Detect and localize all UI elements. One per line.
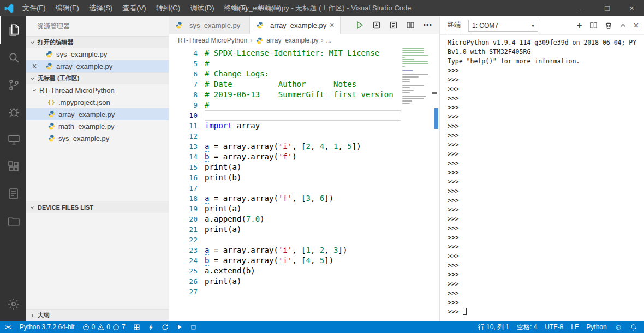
- maximize-button[interactable]: □: [595, 0, 619, 16]
- device-files-header[interactable]: DEVICE FILES LIST: [26, 201, 169, 213]
- code-text: [205, 183, 401, 193]
- minimap-line: [402, 52, 424, 53]
- code-token: 3: [306, 194, 310, 203]
- language-mode[interactable]: Python: [582, 321, 610, 333]
- run-button[interactable]: [355, 21, 364, 29]
- chevron-down-icon: [28, 40, 36, 45]
- minimize-button[interactable]: –: [570, 0, 595, 16]
- flash-download-button[interactable]: [372, 21, 381, 29]
- code-token: , [: [292, 142, 306, 151]
- kill-terminal-button[interactable]: [605, 22, 612, 29]
- breadcrumb-item[interactable]: RT-Thread MicroPython: [178, 37, 247, 44]
- chevron-down-icon: [28, 205, 36, 210]
- section-label: 大纲: [38, 311, 50, 319]
- menubar-item[interactable]: 选择(S): [84, 0, 117, 16]
- extensions-icon[interactable]: [0, 153, 26, 180]
- terminal-prompt-line: >>>: [448, 233, 644, 242]
- menubar-item[interactable]: 编辑(E): [51, 0, 84, 16]
- menubar-item[interactable]: 查看(V): [117, 0, 151, 16]
- tree-file-item[interactable]: sys_example.py: [26, 132, 169, 144]
- terminal-output[interactable]: MicroPython v1.9.4-114-g309fe39d on 2018…: [440, 35, 644, 321]
- python-file-icon: [255, 37, 264, 44]
- feedback-smiley-icon[interactable]: ☺: [611, 321, 626, 333]
- editor-tab[interactable]: sys_example.py: [169, 16, 250, 34]
- line-number: 9: [169, 101, 198, 109]
- line-number: 10: [169, 111, 198, 120]
- terminal-select[interactable]: 1: COM7 ▾: [468, 20, 538, 32]
- more-actions-button[interactable]: ⋯: [423, 22, 432, 28]
- close-tab-icon[interactable]: ×: [330, 21, 334, 29]
- open-editor-item[interactable]: sys_example.py: [26, 48, 169, 60]
- split-terminal-button[interactable]: [589, 21, 598, 29]
- code-token: import: [205, 121, 232, 130]
- tab-terminal[interactable]: 终端: [448, 20, 461, 31]
- indentation[interactable]: 空格: 4: [513, 321, 541, 333]
- menubar-item[interactable]: 文件(F): [17, 0, 51, 16]
- close-panel-button[interactable]: ×: [634, 22, 639, 29]
- code-token: print(b): [205, 173, 241, 182]
- code-token: , [: [292, 256, 306, 265]
- menubar-item[interactable]: 转到(G): [151, 0, 186, 16]
- cursor-position[interactable]: 行 10, 列 1: [474, 321, 513, 333]
- breadcrumb-item[interactable]: ...: [326, 37, 332, 44]
- notifications-bell-icon[interactable]: [626, 321, 641, 333]
- tree-file-item[interactable]: math_example.py: [26, 120, 169, 132]
- python-interpreter[interactable]: Python 3.7.2 64-bit: [16, 321, 79, 333]
- maximize-panel-button[interactable]: [619, 22, 627, 29]
- tree-file-item[interactable]: {}.mpyproject.json: [26, 96, 169, 108]
- code-line: 27: [169, 287, 401, 297]
- outline-header[interactable]: 大纲: [26, 309, 169, 321]
- run-file-button[interactable]: [172, 321, 187, 333]
- tree-file-item[interactable]: array_example.py: [26, 108, 169, 120]
- editor-tab[interactable]: array_example.py×: [250, 16, 341, 34]
- code-line: 6# Change Logs:: [169, 69, 401, 79]
- minimap-line: [402, 76, 419, 78]
- code-line: 10: [169, 110, 401, 121]
- sidebar-empty-space: [26, 213, 169, 309]
- code-token: 1: [333, 142, 338, 151]
- tree-folder[interactable]: RT-Thread MicroPython: [26, 84, 169, 96]
- code-token: , [: [292, 194, 306, 203]
- workspace-header[interactable]: 无标题 (工作区): [26, 72, 169, 84]
- debug-icon[interactable]: [0, 98, 26, 126]
- open-editors-header[interactable]: 打开的编辑器: [26, 36, 169, 48]
- remote-indicator[interactable]: ><: [0, 321, 16, 333]
- code-token: 'i': [278, 246, 292, 254]
- warning-count: 0: [106, 323, 110, 331]
- cursor-position-marker: [434, 108, 438, 129]
- overview-ruler[interactable]: [432, 47, 439, 321]
- new-terminal-button[interactable]: +: [577, 22, 582, 29]
- flash-button[interactable]: [144, 321, 158, 333]
- stop-button[interactable]: [187, 321, 200, 333]
- close-editor-icon[interactable]: ×: [32, 60, 37, 72]
- encoding[interactable]: UTF-8: [541, 321, 567, 333]
- settings-icon[interactable]: [0, 290, 26, 318]
- explorer-icon[interactable]: [0, 16, 26, 44]
- open-editor-item[interactable]: ×array_example.py: [26, 60, 169, 72]
- breadcrumb-item[interactable]: array_example.py: [255, 37, 318, 44]
- terminal-prompt-line: >>>: [448, 168, 644, 177]
- chevron-right-icon: [28, 313, 36, 318]
- source-control-icon[interactable]: [0, 71, 26, 98]
- eol-indicator[interactable]: LF: [567, 321, 582, 333]
- device-board-button[interactable]: [129, 321, 144, 333]
- search-icon[interactable]: [0, 44, 26, 71]
- documents-icon[interactable]: [0, 207, 26, 235]
- terminal-input-line[interactable]: >>>: [448, 307, 644, 317]
- split-editor-button[interactable]: [406, 21, 415, 29]
- code-token: ]): [324, 256, 333, 265]
- open-preview-button[interactable]: [389, 21, 398, 29]
- sync-button[interactable]: [158, 321, 172, 333]
- terminal-line: Type "help()" for more information.: [448, 57, 644, 66]
- minimap[interactable]: [402, 48, 431, 107]
- code-line: 17: [169, 183, 401, 193]
- problems-indicator[interactable]: 0 0 7: [79, 321, 129, 333]
- remote-icon[interactable]: [0, 126, 26, 153]
- notebook-icon[interactable]: [0, 180, 26, 207]
- code-token: 5: [347, 142, 351, 151]
- line-number: 24: [169, 257, 198, 265]
- menubar-item[interactable]: 调试(D): [185, 0, 219, 16]
- minimap-line: [402, 103, 410, 104]
- close-button[interactable]: ×: [619, 0, 644, 16]
- code-editor[interactable]: 4# SPDX-License-Identifier: MIT License5…: [169, 47, 439, 321]
